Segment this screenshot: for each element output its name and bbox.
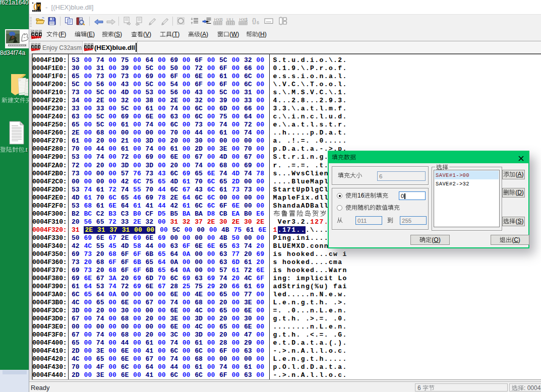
svg-text:HX$: HX$	[239, 17, 248, 22]
svg-text:ULL: ULL	[227, 17, 235, 22]
svg-text:HXB: HXB	[214, 17, 223, 22]
svg-text:6: 6	[257, 20, 259, 25]
svg-text:{}: {}	[252, 17, 256, 24]
